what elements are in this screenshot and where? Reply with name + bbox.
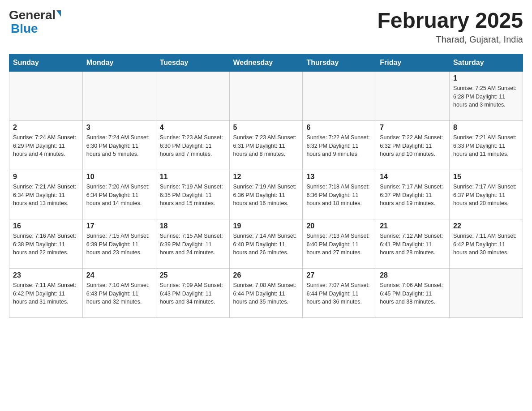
calendar-table: Sunday Monday Tuesday Wednesday Thursday… <box>9 54 523 318</box>
col-thursday: Thursday <box>303 54 376 71</box>
logo: General Blue <box>9 9 61 35</box>
calendar-cell: 23Sunrise: 7:11 AM Sunset: 6:42 PM Dayli… <box>9 268 83 317</box>
day-info: Sunrise: 7:19 AM Sunset: 6:36 PM Dayligh… <box>233 183 299 208</box>
day-info: Sunrise: 7:23 AM Sunset: 6:30 PM Dayligh… <box>160 133 226 158</box>
day-number: 5 <box>233 124 299 132</box>
calendar-cell: 25Sunrise: 7:09 AM Sunset: 6:43 PM Dayli… <box>156 268 229 317</box>
calendar-cell <box>82 71 156 120</box>
col-friday: Friday <box>376 54 450 71</box>
calendar-week-5: 23Sunrise: 7:11 AM Sunset: 6:42 PM Dayli… <box>9 268 523 317</box>
day-number: 8 <box>453 124 519 132</box>
day-info: Sunrise: 7:13 AM Sunset: 6:40 PM Dayligh… <box>306 232 372 257</box>
calendar-cell: 4Sunrise: 7:23 AM Sunset: 6:30 PM Daylig… <box>156 120 229 170</box>
day-number: 4 <box>160 124 226 132</box>
col-wednesday: Wednesday <box>229 54 303 71</box>
calendar-cell <box>376 71 450 120</box>
calendar-cell <box>303 71 376 120</box>
calendar-cell: 21Sunrise: 7:12 AM Sunset: 6:41 PM Dayli… <box>376 219 450 268</box>
day-number: 14 <box>380 173 446 181</box>
day-number: 6 <box>306 124 372 132</box>
day-number: 10 <box>86 173 152 181</box>
day-info: Sunrise: 7:22 AM Sunset: 6:32 PM Dayligh… <box>380 133 446 158</box>
day-number: 1 <box>453 74 519 82</box>
calendar-cell: 8Sunrise: 7:21 AM Sunset: 6:33 PM Daylig… <box>450 120 523 170</box>
calendar-cell: 3Sunrise: 7:24 AM Sunset: 6:30 PM Daylig… <box>82 120 156 170</box>
calendar-cell: 2Sunrise: 7:24 AM Sunset: 6:29 PM Daylig… <box>9 120 83 170</box>
day-info: Sunrise: 7:23 AM Sunset: 6:31 PM Dayligh… <box>233 133 299 158</box>
day-info: Sunrise: 7:11 AM Sunset: 6:42 PM Dayligh… <box>13 281 79 306</box>
col-tuesday: Tuesday <box>156 54 229 71</box>
calendar-cell: 18Sunrise: 7:15 AM Sunset: 6:39 PM Dayli… <box>156 219 229 268</box>
day-info: Sunrise: 7:20 AM Sunset: 6:34 PM Dayligh… <box>86 183 152 208</box>
day-info: Sunrise: 7:21 AM Sunset: 6:34 PM Dayligh… <box>13 183 79 208</box>
calendar-cell <box>450 268 523 317</box>
calendar-cell: 16Sunrise: 7:16 AM Sunset: 6:38 PM Dayli… <box>9 219 83 268</box>
logo-triangle-icon <box>56 10 61 17</box>
day-info: Sunrise: 7:14 AM Sunset: 6:40 PM Dayligh… <box>233 232 299 257</box>
day-info: Sunrise: 7:24 AM Sunset: 6:29 PM Dayligh… <box>13 133 79 158</box>
day-number: 7 <box>380 124 446 132</box>
day-info: Sunrise: 7:18 AM Sunset: 6:36 PM Dayligh… <box>306 183 372 208</box>
month-title: February 2025 <box>377 9 523 33</box>
day-info: Sunrise: 7:16 AM Sunset: 6:38 PM Dayligh… <box>13 232 79 257</box>
day-info: Sunrise: 7:10 AM Sunset: 6:43 PM Dayligh… <box>86 281 152 306</box>
calendar-cell: 11Sunrise: 7:19 AM Sunset: 6:35 PM Dayli… <box>156 170 229 219</box>
page-header: General Blue February 2025 Tharad, Gujar… <box>9 9 523 45</box>
calendar-week-1: 1Sunrise: 7:25 AM Sunset: 6:28 PM Daylig… <box>9 71 523 120</box>
day-number: 11 <box>160 173 226 181</box>
calendar-cell: 7Sunrise: 7:22 AM Sunset: 6:32 PM Daylig… <box>376 120 450 170</box>
day-info: Sunrise: 7:19 AM Sunset: 6:35 PM Dayligh… <box>160 183 226 208</box>
day-number: 12 <box>233 173 299 181</box>
calendar-cell <box>156 71 229 120</box>
day-number: 2 <box>13 124 79 132</box>
location: Tharad, Gujarat, India <box>377 34 523 45</box>
day-info: Sunrise: 7:09 AM Sunset: 6:43 PM Dayligh… <box>160 281 226 306</box>
calendar-week-3: 9Sunrise: 7:21 AM Sunset: 6:34 PM Daylig… <box>9 170 523 219</box>
day-info: Sunrise: 7:24 AM Sunset: 6:30 PM Dayligh… <box>86 133 152 158</box>
day-info: Sunrise: 7:15 AM Sunset: 6:39 PM Dayligh… <box>86 232 152 257</box>
day-info: Sunrise: 7:11 AM Sunset: 6:42 PM Dayligh… <box>453 232 519 257</box>
day-info: Sunrise: 7:06 AM Sunset: 6:45 PM Dayligh… <box>380 281 446 306</box>
day-number: 3 <box>86 124 152 132</box>
day-info: Sunrise: 7:17 AM Sunset: 6:37 PM Dayligh… <box>453 183 519 208</box>
calendar-header-row: Sunday Monday Tuesday Wednesday Thursday… <box>9 54 523 71</box>
logo-general-text: General <box>9 9 56 21</box>
day-number: 20 <box>306 222 372 230</box>
calendar-cell <box>229 71 303 120</box>
day-number: 19 <box>233 222 299 230</box>
day-number: 15 <box>453 173 519 181</box>
day-number: 27 <box>306 271 372 279</box>
calendar-week-4: 16Sunrise: 7:16 AM Sunset: 6:38 PM Dayli… <box>9 219 523 268</box>
day-number: 17 <box>86 222 152 230</box>
col-sunday: Sunday <box>9 54 83 71</box>
day-info: Sunrise: 7:15 AM Sunset: 6:39 PM Dayligh… <box>160 232 226 257</box>
col-saturday: Saturday <box>450 54 523 71</box>
calendar-cell: 15Sunrise: 7:17 AM Sunset: 6:37 PM Dayli… <box>450 170 523 219</box>
calendar-cell: 14Sunrise: 7:17 AM Sunset: 6:37 PM Dayli… <box>376 170 450 219</box>
day-number: 16 <box>13 222 79 230</box>
day-number: 25 <box>160 271 226 279</box>
calendar-cell: 9Sunrise: 7:21 AM Sunset: 6:34 PM Daylig… <box>9 170 83 219</box>
calendar-cell: 20Sunrise: 7:13 AM Sunset: 6:40 PM Dayli… <box>303 219 376 268</box>
calendar-cell: 5Sunrise: 7:23 AM Sunset: 6:31 PM Daylig… <box>229 120 303 170</box>
day-number: 13 <box>306 173 372 181</box>
day-info: Sunrise: 7:08 AM Sunset: 6:44 PM Dayligh… <box>233 281 299 306</box>
calendar-cell: 27Sunrise: 7:07 AM Sunset: 6:44 PM Dayli… <box>303 268 376 317</box>
calendar-cell: 13Sunrise: 7:18 AM Sunset: 6:36 PM Dayli… <box>303 170 376 219</box>
calendar-cell: 28Sunrise: 7:06 AM Sunset: 6:45 PM Dayli… <box>376 268 450 317</box>
day-number: 24 <box>86 271 152 279</box>
day-info: Sunrise: 7:25 AM Sunset: 6:28 PM Dayligh… <box>453 84 519 109</box>
day-number: 21 <box>380 222 446 230</box>
day-info: Sunrise: 7:22 AM Sunset: 6:32 PM Dayligh… <box>306 133 372 158</box>
calendar-cell: 24Sunrise: 7:10 AM Sunset: 6:43 PM Dayli… <box>82 268 156 317</box>
calendar-cell: 22Sunrise: 7:11 AM Sunset: 6:42 PM Dayli… <box>450 219 523 268</box>
day-number: 28 <box>380 271 446 279</box>
day-info: Sunrise: 7:07 AM Sunset: 6:44 PM Dayligh… <box>306 281 372 306</box>
calendar-cell: 17Sunrise: 7:15 AM Sunset: 6:39 PM Dayli… <box>82 219 156 268</box>
calendar-week-2: 2Sunrise: 7:24 AM Sunset: 6:29 PM Daylig… <box>9 120 523 170</box>
calendar-cell: 12Sunrise: 7:19 AM Sunset: 6:36 PM Dayli… <box>229 170 303 219</box>
calendar-cell: 19Sunrise: 7:14 AM Sunset: 6:40 PM Dayli… <box>229 219 303 268</box>
day-number: 26 <box>233 271 299 279</box>
day-number: 9 <box>13 173 79 181</box>
day-number: 18 <box>160 222 226 230</box>
